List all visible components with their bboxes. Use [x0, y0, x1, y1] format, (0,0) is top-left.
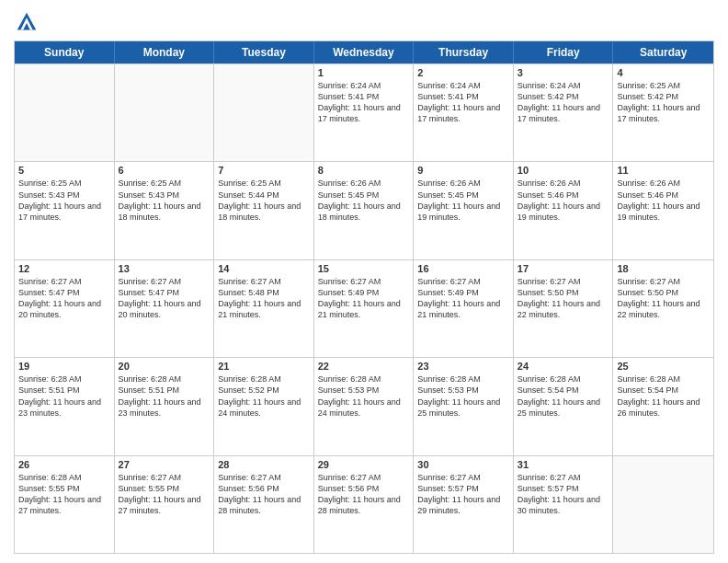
- calendar-row-1: 5Sunrise: 6:25 AMSunset: 5:43 PMDaylight…: [15, 161, 713, 259]
- day-number: 29: [318, 459, 410, 470]
- day-number: 16: [417, 263, 509, 274]
- day-cell-26: 26Sunrise: 6:28 AMSunset: 5:55 PMDayligh…: [15, 456, 115, 553]
- day-number: 4: [617, 67, 710, 78]
- cell-info: Sunrise: 6:28 AMSunset: 5:52 PMDaylight:…: [218, 373, 310, 419]
- cell-info: Sunrise: 6:28 AMSunset: 5:55 PMDaylight:…: [18, 472, 110, 517]
- cell-info: Sunrise: 6:27 AMSunset: 5:56 PMDaylight:…: [318, 472, 410, 517]
- header-day-monday: Monday: [115, 41, 215, 63]
- day-cell-18: 18Sunrise: 6:27 AMSunset: 5:50 PMDayligh…: [613, 260, 713, 357]
- day-number: 25: [617, 361, 710, 372]
- page: SundayMondayTuesdayWednesdayThursdayFrid…: [0, 0, 728, 563]
- day-number: 24: [518, 361, 609, 372]
- cell-info: Sunrise: 6:28 AMSunset: 5:54 PMDaylight:…: [518, 373, 609, 419]
- cell-info: Sunrise: 6:26 AMSunset: 5:45 PMDaylight:…: [417, 178, 509, 223]
- day-cell-14: 14Sunrise: 6:27 AMSunset: 5:48 PMDayligh…: [214, 260, 314, 357]
- day-cell-22: 22Sunrise: 6:28 AMSunset: 5:53 PMDayligh…: [314, 358, 415, 454]
- day-cell-30: 30Sunrise: 6:27 AMSunset: 5:57 PMDayligh…: [414, 456, 514, 553]
- day-number: 18: [617, 263, 710, 274]
- header-day-tuesday: Tuesday: [214, 41, 314, 63]
- cell-info: Sunrise: 6:27 AMSunset: 5:47 PMDaylight:…: [119, 276, 210, 321]
- day-number: 26: [18, 459, 110, 470]
- cell-info: Sunrise: 6:26 AMSunset: 5:46 PMDaylight:…: [518, 178, 609, 223]
- day-cell-31: 31Sunrise: 6:27 AMSunset: 5:57 PMDayligh…: [514, 456, 614, 553]
- day-number: 27: [119, 459, 210, 470]
- day-cell-25: 25Sunrise: 6:28 AMSunset: 5:54 PMDayligh…: [613, 358, 713, 454]
- cell-info: Sunrise: 6:25 AMSunset: 5:42 PMDaylight:…: [617, 80, 710, 125]
- day-number: 11: [617, 165, 710, 176]
- cell-info: Sunrise: 6:28 AMSunset: 5:53 PMDaylight:…: [318, 373, 410, 419]
- day-number: 6: [119, 165, 210, 176]
- day-number: 15: [318, 263, 410, 274]
- day-number: 10: [518, 165, 609, 176]
- day-cell-16: 16Sunrise: 6:27 AMSunset: 5:49 PMDayligh…: [414, 260, 514, 357]
- day-number: 19: [18, 361, 110, 372]
- day-cell-27: 27Sunrise: 6:27 AMSunset: 5:55 PMDayligh…: [115, 456, 215, 553]
- cell-info: Sunrise: 6:24 AMSunset: 5:41 PMDaylight:…: [417, 80, 509, 125]
- day-cell-10: 10Sunrise: 6:26 AMSunset: 5:46 PMDayligh…: [514, 162, 614, 259]
- day-cell-6: 6Sunrise: 6:25 AMSunset: 5:43 PMDaylight…: [115, 162, 215, 259]
- day-cell-5: 5Sunrise: 6:25 AMSunset: 5:43 PMDaylight…: [15, 162, 115, 259]
- day-cell-13: 13Sunrise: 6:27 AMSunset: 5:47 PMDayligh…: [115, 260, 215, 357]
- calendar: SundayMondayTuesdayWednesdayThursdayFrid…: [14, 40, 714, 554]
- day-cell-15: 15Sunrise: 6:27 AMSunset: 5:49 PMDayligh…: [314, 260, 415, 357]
- cell-info: Sunrise: 6:24 AMSunset: 5:41 PMDaylight:…: [318, 80, 410, 125]
- day-cell-7: 7Sunrise: 6:25 AMSunset: 5:44 PMDaylight…: [214, 162, 314, 259]
- day-cell-12: 12Sunrise: 6:27 AMSunset: 5:47 PMDayligh…: [15, 260, 115, 357]
- header-day-thursday: Thursday: [414, 41, 514, 63]
- day-cell-23: 23Sunrise: 6:28 AMSunset: 5:53 PMDayligh…: [414, 358, 514, 454]
- day-number: 3: [518, 67, 609, 78]
- day-cell-24: 24Sunrise: 6:28 AMSunset: 5:54 PMDayligh…: [514, 358, 614, 454]
- day-cell-17: 17Sunrise: 6:27 AMSunset: 5:50 PMDayligh…: [514, 260, 614, 357]
- header-day-friday: Friday: [514, 41, 614, 63]
- day-cell-20: 20Sunrise: 6:28 AMSunset: 5:51 PMDayligh…: [115, 358, 215, 454]
- empty-cell: [214, 64, 314, 161]
- day-cell-9: 9Sunrise: 6:26 AMSunset: 5:45 PMDaylight…: [414, 162, 514, 259]
- day-cell-1: 1Sunrise: 6:24 AMSunset: 5:41 PMDaylight…: [314, 64, 415, 161]
- cell-info: Sunrise: 6:28 AMSunset: 5:51 PMDaylight:…: [18, 373, 110, 419]
- day-cell-19: 19Sunrise: 6:28 AMSunset: 5:51 PMDayligh…: [15, 358, 115, 454]
- day-cell-11: 11Sunrise: 6:26 AMSunset: 5:46 PMDayligh…: [613, 162, 713, 259]
- day-number: 9: [417, 165, 509, 176]
- day-number: 5: [18, 165, 110, 176]
- empty-cell: [613, 456, 713, 553]
- cell-info: Sunrise: 6:27 AMSunset: 5:50 PMDaylight:…: [518, 276, 609, 321]
- cell-info: Sunrise: 6:27 AMSunset: 5:50 PMDaylight:…: [617, 276, 710, 321]
- cell-info: Sunrise: 6:27 AMSunset: 5:49 PMDaylight:…: [417, 276, 509, 321]
- header: [14, 9, 714, 35]
- cell-info: Sunrise: 6:27 AMSunset: 5:57 PMDaylight:…: [417, 472, 509, 517]
- cell-info: Sunrise: 6:27 AMSunset: 5:56 PMDaylight:…: [218, 472, 310, 517]
- cell-info: Sunrise: 6:25 AMSunset: 5:43 PMDaylight:…: [119, 178, 210, 223]
- day-cell-21: 21Sunrise: 6:28 AMSunset: 5:52 PMDayligh…: [214, 358, 314, 454]
- cell-info: Sunrise: 6:28 AMSunset: 5:51 PMDaylight:…: [119, 373, 210, 419]
- cell-info: Sunrise: 6:25 AMSunset: 5:44 PMDaylight:…: [218, 178, 310, 223]
- day-number: 12: [18, 263, 110, 274]
- header-day-wednesday: Wednesday: [314, 41, 415, 63]
- day-cell-29: 29Sunrise: 6:27 AMSunset: 5:56 PMDayligh…: [314, 456, 415, 553]
- day-number: 1: [318, 67, 410, 78]
- day-cell-28: 28Sunrise: 6:27 AMSunset: 5:56 PMDayligh…: [214, 456, 314, 553]
- day-number: 31: [518, 459, 609, 470]
- day-number: 13: [119, 263, 210, 274]
- cell-info: Sunrise: 6:27 AMSunset: 5:48 PMDaylight:…: [218, 276, 310, 321]
- calendar-row-2: 12Sunrise: 6:27 AMSunset: 5:47 PMDayligh…: [15, 259, 713, 357]
- day-number: 22: [318, 361, 410, 372]
- empty-cell: [115, 64, 215, 161]
- day-number: 21: [218, 361, 310, 372]
- day-number: 14: [218, 263, 310, 274]
- day-cell-3: 3Sunrise: 6:24 AMSunset: 5:42 PMDaylight…: [514, 64, 614, 161]
- cell-info: Sunrise: 6:28 AMSunset: 5:54 PMDaylight:…: [617, 373, 710, 419]
- calendar-row-4: 26Sunrise: 6:28 AMSunset: 5:55 PMDayligh…: [15, 455, 713, 553]
- day-number: 30: [417, 459, 509, 470]
- calendar-row-3: 19Sunrise: 6:28 AMSunset: 5:51 PMDayligh…: [15, 357, 713, 454]
- day-number: 2: [417, 67, 509, 78]
- cell-info: Sunrise: 6:28 AMSunset: 5:53 PMDaylight:…: [417, 373, 509, 419]
- cell-info: Sunrise: 6:27 AMSunset: 5:55 PMDaylight:…: [119, 472, 210, 517]
- cell-info: Sunrise: 6:25 AMSunset: 5:43 PMDaylight:…: [18, 178, 110, 223]
- header-day-saturday: Saturday: [613, 41, 713, 63]
- day-cell-2: 2Sunrise: 6:24 AMSunset: 5:41 PMDaylight…: [414, 64, 514, 161]
- logo-icon: [14, 9, 40, 35]
- calendar-body: 1Sunrise: 6:24 AMSunset: 5:41 PMDaylight…: [15, 63, 713, 553]
- cell-info: Sunrise: 6:26 AMSunset: 5:46 PMDaylight:…: [617, 178, 710, 223]
- header-day-sunday: Sunday: [15, 41, 115, 63]
- day-number: 23: [417, 361, 509, 372]
